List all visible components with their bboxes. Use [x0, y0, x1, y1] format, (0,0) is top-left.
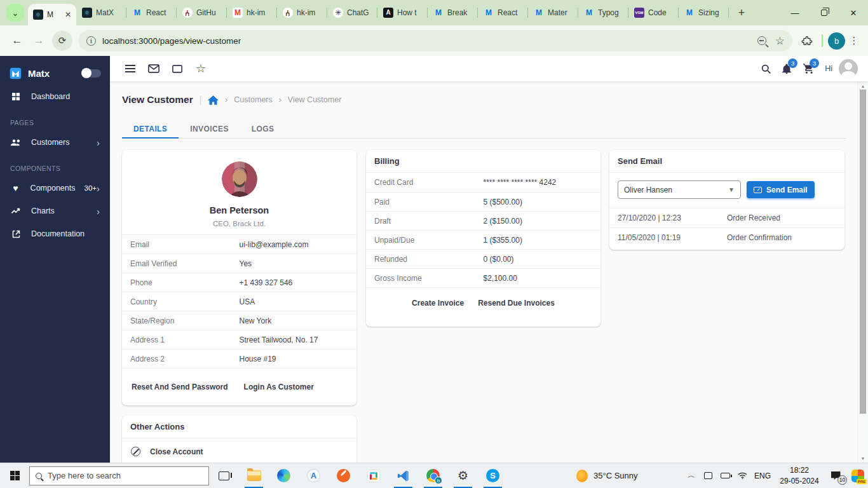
tab-details[interactable]: DETAILS — [122, 119, 179, 138]
close-icon[interactable]: ✕ — [65, 10, 71, 19]
resend-due-invoices-button[interactable]: Resend Due Invoices — [473, 295, 560, 311]
breadcrumb-customers[interactable]: Customers — [234, 95, 272, 104]
browser-tab[interactable]: ✳ChatG — [327, 0, 377, 25]
tab-logs[interactable]: LOGS — [240, 119, 286, 138]
row-label: State/Region — [122, 316, 240, 325]
zoom-out-icon[interactable] — [757, 36, 766, 45]
taskbar-search-input[interactable] — [48, 471, 203, 480]
menu-hamburger-icon[interactable] — [122, 60, 139, 77]
recipient-select[interactable]: Oliver Hansen ▼ — [618, 180, 741, 199]
user-avatar[interactable] — [839, 59, 858, 78]
wifi-icon[interactable] — [737, 472, 749, 479]
tablet-mode-icon[interactable] — [703, 472, 714, 479]
table-row: Credit Card**** **** **** **** 4242 — [366, 173, 600, 192]
recipient-value: Oliver Hansen — [624, 186, 672, 194]
email-history-row: 27/10/2020 | 12:23Order Received — [609, 208, 844, 227]
settings-button[interactable]: ⚙ — [448, 463, 478, 488]
table-row: Gross Income$2,100.00 — [366, 268, 600, 287]
fullscreen-icon[interactable] — [169, 60, 186, 77]
minimize-button[interactable]: — — [780, 0, 810, 25]
tab-invoices[interactable]: INVOICES — [179, 119, 240, 138]
vertical-scrollbar[interactable]: ▲ ▼ — [857, 81, 868, 463]
browser-tab[interactable]: MBreak — [428, 0, 478, 25]
new-tab-button[interactable]: + — [733, 4, 750, 22]
browser-tab[interactable]: AHow t — [377, 0, 428, 25]
extensions-icon[interactable] — [797, 31, 817, 50]
scrollbar-thumb[interactable] — [860, 90, 866, 414]
reload-button[interactable]: ⟳ — [52, 30, 72, 51]
login-as-customer-button[interactable]: Login As Customer — [239, 379, 319, 395]
start-button[interactable] — [0, 463, 29, 488]
heart-icon: ♥ — [10, 183, 21, 193]
close-account-button[interactable]: Close Account — [122, 438, 356, 463]
row-value: 5 ($500.00) — [484, 198, 601, 207]
browser-menu-icon[interactable]: ⋮ — [845, 32, 863, 50]
browser-tab[interactable]: MReact — [126, 0, 177, 25]
scroll-up-arrow[interactable]: ▲ — [858, 81, 868, 90]
task-view-button[interactable] — [209, 463, 239, 488]
skype-icon: S — [486, 469, 499, 482]
system-tray: ︿ ENG 18:22 29-05-2024 10 PRE — [686, 465, 868, 485]
sidebar-item-documentation[interactable]: Documentation — [0, 222, 110, 245]
browser-tab[interactable]: VSMCode — [628, 0, 679, 25]
browser-tab[interactable]: MReact — [478, 0, 528, 25]
battery-icon[interactable] — [720, 473, 731, 478]
search-icon[interactable] — [757, 60, 774, 77]
vscode-button[interactable] — [388, 463, 418, 488]
browser-tab[interactable]: MSizing — [679, 0, 729, 25]
edge-button[interactable] — [269, 463, 299, 488]
send-email-label: Send Email — [766, 186, 808, 194]
sidebar-item-components[interactable]: ♥ Components 30+ › — [0, 177, 110, 200]
browser-tab[interactable]: ⑃hk-im — [277, 0, 327, 25]
sidebar-mode-toggle[interactable] — [83, 69, 101, 78]
browser-tab[interactable]: MTypog — [578, 0, 628, 25]
browser-tab-active[interactable]: ⚛ M ✕ — [28, 4, 76, 25]
pen-app-button[interactable] — [329, 463, 358, 488]
browser-tab[interactable]: Mhk-im — [227, 0, 277, 25]
file-explorer-button[interactable] — [239, 463, 269, 488]
sidebar-item-customers[interactable]: Customers › — [0, 131, 110, 154]
taskbar-search[interactable] — [29, 466, 209, 485]
home-icon[interactable] — [208, 95, 219, 105]
toolbar-divider — [822, 34, 823, 47]
clock[interactable]: 18:22 29-05-2024 — [776, 465, 822, 485]
browser-tab[interactable]: ⚛MatX — [76, 0, 126, 25]
browser-tab[interactable]: ⑃GitHu — [177, 0, 227, 25]
sidebar-item-dashboard[interactable]: Dashboard — [0, 85, 110, 108]
mail-icon[interactable] — [146, 60, 162, 77]
tab-search-button[interactable]: ⌄ — [6, 4, 24, 22]
taskbar-weather[interactable]: 35°C Sunny — [576, 470, 638, 482]
scroll-down-arrow[interactable]: ▼ — [858, 454, 868, 463]
slack-button[interactable] — [358, 463, 388, 488]
forward-button[interactable]: → — [28, 30, 50, 51]
reset-password-button[interactable]: Reset And Send Password — [126, 379, 233, 395]
back-button[interactable]: ← — [6, 30, 28, 51]
row-value: **** **** **** **** 4242 — [484, 178, 601, 187]
star-outline-icon[interactable]: ☆ — [193, 60, 209, 77]
url-text[interactable]: localhost:3000/pages/view-customer — [102, 36, 241, 46]
language-indicator[interactable]: ENG — [754, 471, 771, 480]
browser-tab[interactable]: MMater — [528, 0, 578, 25]
bookmark-star-icon[interactable]: ☆ — [775, 34, 785, 48]
site-info-icon[interactable]: i — [86, 36, 96, 46]
send-email-button[interactable]: Send Email — [747, 181, 815, 198]
greeting-text: Hi — [825, 64, 832, 73]
app-a-button[interactable]: A — [299, 463, 329, 488]
skype-button[interactable]: S — [478, 463, 508, 488]
chrome-button[interactable]: b — [418, 463, 448, 488]
cart-icon[interactable]: 3 — [799, 60, 817, 78]
restore-button[interactable] — [810, 0, 839, 25]
notifications-bell[interactable]: 3 — [778, 60, 796, 78]
close-window-button[interactable]: ✕ — [839, 0, 868, 25]
search-icon — [36, 473, 42, 479]
browser-profile-avatar[interactable]: b — [828, 32, 845, 50]
table-row: Draft2 ($150.00) — [366, 211, 600, 230]
gear-icon: ⚙ — [458, 470, 468, 482]
action-center-button[interactable]: 10 — [828, 468, 843, 484]
tray-expand-icon[interactable]: ︿ — [686, 470, 697, 481]
create-invoice-button[interactable]: Create Invoice — [407, 295, 469, 311]
sidebar-item-charts[interactable]: Charts › — [0, 200, 110, 222]
copilot-icon[interactable]: PRE — [851, 470, 864, 482]
row-label: Email Verified — [122, 259, 240, 268]
address-bar[interactable]: i localhost:3000/pages/view-customer ☆ — [79, 30, 792, 51]
